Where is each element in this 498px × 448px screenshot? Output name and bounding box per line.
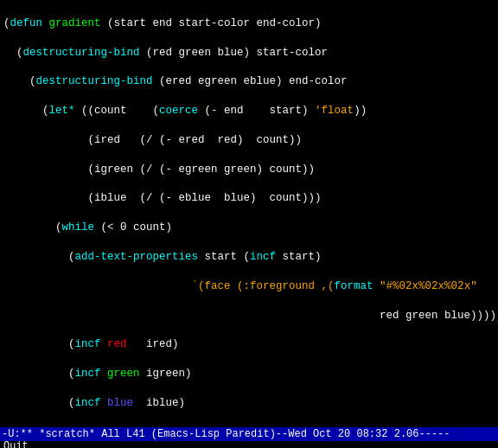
modeline-text: -U:** *scratch* All L41 (Emacs-Lisp Pare… — [2, 427, 450, 441]
mode-line: -U:** *scratch* All L41 (Emacs-Lisp Pare… — [0, 427, 498, 441]
code-editor: (defun gradient (start end start-color e… — [0, 0, 498, 427]
minibuffer: Quit — [0, 441, 498, 448]
minibuffer-text: Quit — [3, 439, 29, 448]
